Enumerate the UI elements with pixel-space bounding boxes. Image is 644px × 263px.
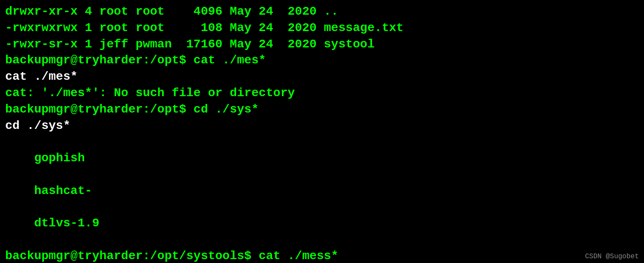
autocomplete-item-2: hashcat- bbox=[34, 184, 92, 197]
terminal-window: drwxr-xr-x 4 root root 4096 May 24 2020 … bbox=[0, 0, 644, 263]
autocomplete-item-spacer2 bbox=[34, 200, 85, 214]
terminal-line-8: cd ./sys* bbox=[5, 118, 639, 134]
terminal-line-1: drwxr-xr-x 4 root root 4096 May 24 2020 … bbox=[5, 3, 639, 20]
terminal-line-7: backupmgr@tryharder:/opt$ cd ./sys* bbox=[5, 101, 639, 118]
watermark: CSDN @Sugobet bbox=[585, 253, 639, 260]
terminal-line-3: -rwxr-sr-x 1 jeff pwman 17160 May 24 202… bbox=[5, 36, 639, 53]
autocomplete-item-3: dtlvs-1.9 bbox=[34, 216, 99, 230]
autocomplete-item-spacer bbox=[34, 168, 92, 181]
terminal-line-2: -rwxrwxrwx 1 root root 108 May 24 2020 m… bbox=[5, 20, 639, 36]
terminal-line-6: cat: './mes*': No such file or directory bbox=[5, 85, 639, 101]
terminal-line-10: backupmgr@tryharder:/opt/systools$ cat .… bbox=[5, 248, 639, 263]
terminal-line-4: backupmgr@tryharder:/opt$ cat ./mes* bbox=[5, 52, 639, 69]
autocomplete-item-1: gophish bbox=[34, 151, 85, 165]
terminal-line-5: cat ./mes* bbox=[5, 69, 639, 85]
terminal-line-autocomplete: gophish hashcat- dtlvs-1.9 bbox=[5, 134, 639, 248]
